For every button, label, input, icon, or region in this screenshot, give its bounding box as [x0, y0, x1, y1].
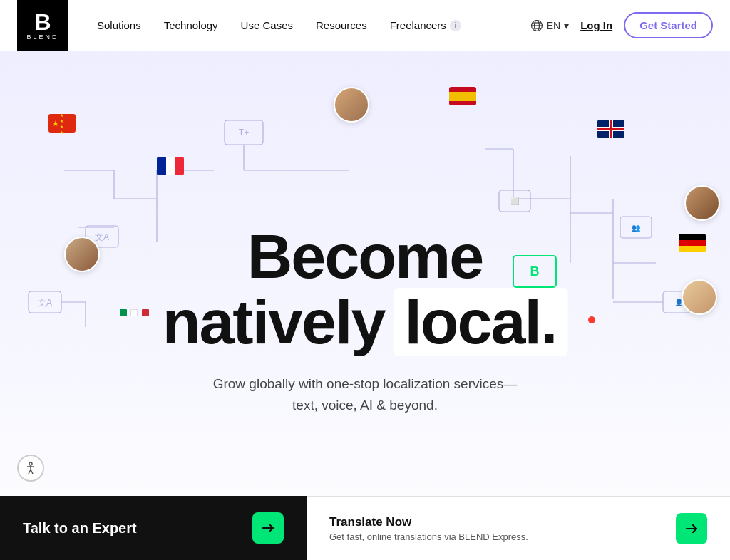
- svg-rect-13: [29, 291, 61, 313]
- cta-bar: Talk to an Expert Translate Now Get fast…: [0, 496, 730, 560]
- nav-resources[interactable]: Resources: [316, 19, 367, 31]
- flag-china: ★ ★ ★ ★ ★: [48, 114, 76, 133]
- info-icon: i: [450, 20, 461, 31]
- nav-use-cases[interactable]: Use Cases: [241, 19, 293, 31]
- avatar-3: [684, 185, 720, 221]
- globe-icon: [530, 19, 543, 32]
- translate-sub: Get fast, online translations via BLEND …: [329, 532, 528, 542]
- svg-rect-24: [499, 190, 530, 212]
- accessibility-button[interactable]: [17, 455, 44, 482]
- nav-solutions[interactable]: Solutions: [97, 19, 141, 31]
- flag-germany: [679, 234, 706, 252]
- hero-section: 文A 文A ⬜ 👥 👤 T+ B: [0, 51, 730, 560]
- svg-line-41: [29, 470, 31, 474]
- avatar-1: [64, 237, 100, 272]
- svg-line-42: [31, 470, 33, 474]
- svg-point-37: [588, 316, 595, 323]
- highlight-box: local.: [393, 288, 567, 356]
- language-selector[interactable]: EN ▾: [530, 19, 569, 32]
- flag-italy: [120, 306, 149, 319]
- nav-technology[interactable]: Technology: [164, 19, 218, 31]
- translate-title: Translate Now: [329, 515, 528, 529]
- svg-text:T+: T+: [239, 128, 249, 138]
- hero-title-line2: natively local.: [163, 288, 568, 356]
- flag-france: [157, 157, 184, 175]
- svg-point-38: [29, 462, 32, 465]
- hero-title-line1: Become: [163, 225, 568, 288]
- logo-letter: B: [34, 11, 51, 33]
- avatar-4: [682, 258, 717, 315]
- avatar-2: [334, 87, 369, 123]
- logo[interactable]: B BLEND: [17, 0, 68, 51]
- translate-now-button[interactable]: Translate Now Get fast, online translati…: [307, 496, 730, 560]
- logo-text: BLEND: [26, 33, 58, 41]
- svg-text:文A: 文A: [38, 298, 52, 308]
- svg-rect-26: [620, 217, 652, 238]
- header-right: EN ▾ Log In Get Started: [530, 12, 713, 38]
- main-nav: Solutions Technology Use Cases Resources…: [97, 19, 530, 31]
- header: B BLEND Solutions Technology Use Cases R…: [0, 0, 730, 51]
- expert-label: Talk to an Expert: [23, 520, 137, 536]
- hero-subtitle: Grow globally with one-stop localization…: [163, 373, 568, 417]
- get-started-button[interactable]: Get Started: [624, 12, 713, 38]
- svg-text:⬜: ⬜: [510, 197, 520, 206]
- nav-freelancers[interactable]: Freelancers i: [390, 19, 461, 31]
- flag-spain: [449, 87, 476, 105]
- talk-to-expert-button[interactable]: Talk to an Expert: [0, 496, 307, 560]
- svg-text:👥: 👥: [632, 223, 641, 232]
- lang-arrow: ▾: [564, 20, 569, 31]
- flag-uk: [597, 120, 624, 138]
- hero-content: Become natively local. Grow globally wit…: [163, 225, 568, 417]
- accessibility-icon: [24, 461, 38, 475]
- svg-rect-31: [225, 120, 263, 145]
- translate-arrow-icon: [676, 513, 707, 544]
- lang-label: EN: [547, 20, 560, 31]
- expert-arrow-icon: [252, 512, 284, 544]
- login-button[interactable]: Log In: [580, 19, 612, 31]
